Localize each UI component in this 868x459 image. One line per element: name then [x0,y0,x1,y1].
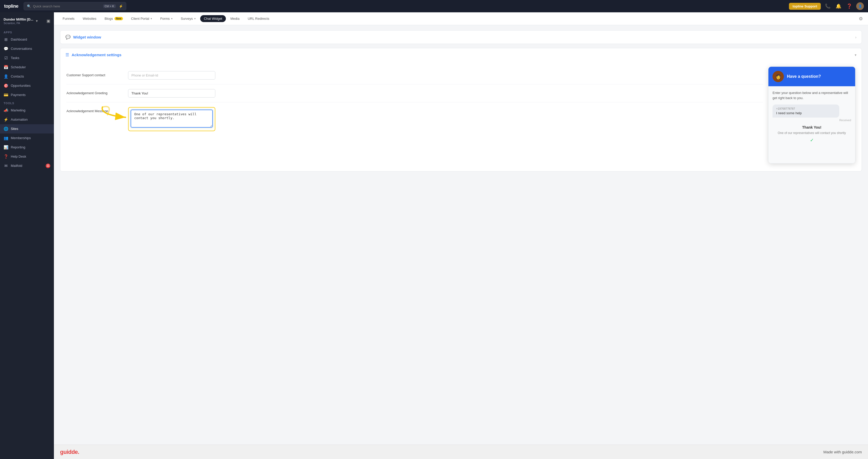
sidebar-label-contacts: Contacts [11,74,50,78]
tab-blogs-label: Blogs [104,17,113,21]
marketing-icon: 📣 [4,108,8,113]
sidebar-label-sites: Sites [11,127,50,131]
tab-url-redirects[interactable]: URL Redirects [244,15,273,22]
chat-agent-avatar: 👩 [773,71,784,82]
sidebar-item-payments[interactable]: 💳 Payments [0,90,54,100]
workspace-chevron-icon: ▼ [35,19,38,23]
search-bar[interactable]: 🔍 Quick search here Ctrl + K ⚡ [24,2,126,10]
sites-icon: 🌐 [4,127,8,131]
tab-surveys[interactable]: Surveys ▾ [177,15,199,22]
sidebar-item-reporting[interactable]: 📊 Reporting [0,143,54,152]
customer-support-input[interactable] [128,71,215,80]
conversations-icon: 💬 [4,47,8,51]
tab-blogs[interactable]: Blogs New [101,15,126,22]
chat-body: Enter your question below and a represen… [768,86,855,163]
search-icon: 🔍 [27,4,31,8]
chat-description: Enter your question below and a represen… [773,90,851,100]
widget-window-expand-icon: › [855,35,857,39]
sidebar-label-reporting: Reporting [11,145,50,149]
sidebar-item-automation[interactable]: ⚡ Automation [0,115,54,124]
tab-media-label: Media [230,17,240,21]
customer-support-label: Customer Support contact [66,71,123,77]
content-area: Funnels Websites Blogs New Client Portal… [54,12,868,459]
sidebar-item-opportunities[interactable]: 🎯 Opportunities [0,81,54,90]
response-title: Thank You! [773,125,851,129]
automation-icon: ⚡ [4,117,8,122]
tab-client-portal[interactable]: Client Portal ▾ [128,15,156,22]
lightning-icon: ⚡ [119,4,123,8]
content-grid: Customer Support contact Acknowledgement… [66,66,856,163]
message-row: Acknowledgement Message [66,102,763,136]
sidebar-item-contacts[interactable]: 👤 Contacts [0,72,54,81]
surveys-chevron-icon: ▾ [194,17,195,20]
sidebar: Dunder Mifflin [D... Scranton, PA ▼ ▣ Ap… [0,12,54,459]
acknowledgement-icon: ☰ [65,52,69,57]
sidebar-item-helpdesk[interactable]: ❓ Help Desk [0,152,54,161]
sidebar-label-payments: Payments [11,93,50,97]
opportunities-icon: 🎯 [4,84,8,88]
payments-icon: 💳 [4,93,8,97]
sidebar-item-marketing[interactable]: 📣 Marketing [0,106,54,115]
tools-section-label: Tools [0,100,54,106]
sidebar-item-dashboard[interactable]: ⊞ Dashboard [0,35,54,44]
bell-icon[interactable]: 🔔 [835,2,842,10]
memberships-icon: 👥 [4,136,8,141]
tab-forms-label: Forms [160,17,169,21]
client-portal-chevron-icon: ▾ [151,17,152,20]
dashboard-icon: ⊞ [4,37,8,42]
tab-funnels-label: Funnels [63,17,74,21]
search-placeholder: Quick search here [33,4,60,8]
sidebar-item-mailfold[interactable]: ✉ Mailfold 11 [0,161,54,171]
greeting-row: Acknowledgement Greeting [66,85,763,102]
tab-websites-label: Websites [83,17,96,21]
greeting-label: Acknowledgement Greeting [66,89,123,95]
sidebar-item-sites[interactable]: 🌐 Sites [0,124,54,133]
widget-window-header[interactable]: 💬 Widget window › [60,31,862,43]
guidde-logo-text: guidde. [60,449,79,455]
response-text: One of our representatives will contact … [773,131,851,135]
user-avatar[interactable]: 👤 [856,2,864,10]
widget-window-icon: 💬 [65,35,70,39]
reporting-icon: 📊 [4,145,8,150]
widget-window-title: Widget window [73,35,852,39]
made-with-text: Made with guidde.com [823,450,862,454]
tab-forms[interactable]: Forms ▾ [157,15,176,22]
panel-toggle-icon[interactable]: ▣ [46,19,50,23]
tab-url-redirects-label: URL Redirects [248,17,269,21]
search-shortcut: Ctrl + K [103,4,116,8]
support-button[interactable]: topline Support [789,3,821,10]
sidebar-item-memberships[interactable]: 👥 Memberships [0,133,54,143]
greeting-input[interactable] [128,89,215,97]
settings-gear-icon[interactable]: ⚙ [859,16,863,22]
tasks-icon: ☑ [4,56,8,60]
tab-media[interactable]: Media [227,15,243,22]
tab-websites[interactable]: Websites [79,15,100,22]
checkmark-icon: ✓ [773,137,851,143]
sub-nav: Funnels Websites Blogs New Client Portal… [54,12,868,25]
message-textarea[interactable] [131,110,213,128]
tab-chat-widget-label: Chat Widget [204,17,222,21]
sidebar-item-scheduler[interactable]: 📅 Scheduler [0,63,54,72]
tab-client-portal-label: Client Portal [131,17,149,21]
workspace-selector[interactable]: Dunder Mifflin [D... Scranton, PA ▼ ▣ [0,16,54,27]
tab-funnels[interactable]: Funnels [59,15,78,22]
sidebar-item-tasks[interactable]: ☑ Tasks [0,53,54,63]
sidebar-item-conversations[interactable]: 💬 Conversations [0,44,54,53]
sidebar-label-opportunities: Opportunities [11,84,50,88]
sidebar-label-scheduler: Scheduler [11,65,50,69]
acknowledgement-header[interactable]: ☰ Acknowledgement settings ▾ [60,48,862,61]
helpdesk-icon: ❓ [4,154,8,159]
sidebar-label-mailfold: Mailfold [11,164,43,167]
sidebar-label-marketing: Marketing [11,108,50,112]
acknowledgement-section: ☰ Acknowledgement settings ▾ Customer Su… [60,48,862,172]
tab-chat-widget[interactable]: Chat Widget [200,15,226,22]
phone-icon[interactable]: 📞 [824,2,832,10]
sidebar-label-memberships: Memberships [11,136,50,140]
widget-window-section: 💬 Widget window › [60,30,862,44]
forms-chevron-icon: ▾ [171,17,173,20]
received-message-bubble: +19768778787 I need some help [773,104,839,118]
chat-preview-column: 👩 Have a question? Enter your question b… [768,66,856,163]
tab-surveys-label: Surveys [181,17,193,21]
top-navbar: topline 🔍 Quick search here Ctrl + K ⚡ t… [0,0,868,12]
help-icon[interactable]: ❓ [845,2,853,10]
